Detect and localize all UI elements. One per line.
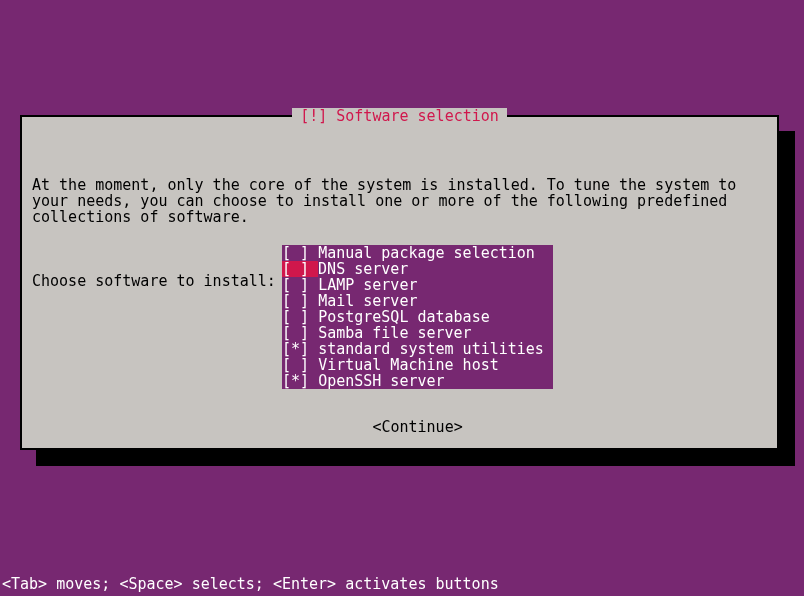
software-option[interactable]: [ ] PostgreSQL database [282, 309, 553, 325]
option-label: Manual package selection [318, 245, 553, 261]
continue-button[interactable]: <Continue> [22, 403, 777, 451]
checkbox[interactable]: [ ] [282, 245, 318, 261]
software-option[interactable]: [*] standard system utilities [282, 341, 553, 357]
option-label: standard system utilities [318, 341, 553, 357]
software-option[interactable]: [ ] LAMP server [282, 277, 553, 293]
software-option[interactable]: [ ] Samba file server [282, 325, 553, 341]
checkbox[interactable]: [ ] [282, 277, 318, 293]
option-label: OpenSSH server [318, 373, 553, 389]
software-option[interactable]: [ ] Mail server [282, 293, 553, 309]
option-label: Virtual Machine host [318, 357, 553, 373]
checkbox[interactable]: [*] [282, 373, 318, 389]
dialog-title: [!] Software selection [292, 108, 507, 124]
option-label: Samba file server [318, 325, 553, 341]
checkbox[interactable]: [ ] [282, 309, 318, 325]
option-label: PostgreSQL database [318, 309, 553, 325]
footer-hint: <Tab> moves; <Space> selects; <Enter> ac… [0, 576, 804, 592]
checkbox[interactable]: [] [282, 261, 318, 277]
software-option[interactable]: [ ] Manual package selection [282, 245, 553, 261]
checkbox[interactable]: [*] [282, 341, 318, 357]
software-selection-dialog: [!] Software selection At the moment, on… [20, 115, 779, 450]
software-option[interactable]: [ ] Virtual Machine host [282, 357, 553, 373]
software-option[interactable]: [] DNS server [282, 261, 553, 277]
checkbox[interactable]: [ ] [282, 357, 318, 373]
software-option[interactable]: [*] OpenSSH server [282, 373, 553, 389]
option-label: Mail server [318, 293, 553, 309]
option-label: DNS server [318, 261, 553, 277]
checkbox[interactable]: [ ] [282, 325, 318, 341]
checkbox[interactable]: [ ] [282, 293, 318, 309]
software-list: [ ] Manual package selection [] DNS serv… [282, 245, 553, 389]
intro-text: At the moment, only the core of the syst… [32, 177, 767, 225]
option-label: LAMP server [318, 277, 553, 293]
